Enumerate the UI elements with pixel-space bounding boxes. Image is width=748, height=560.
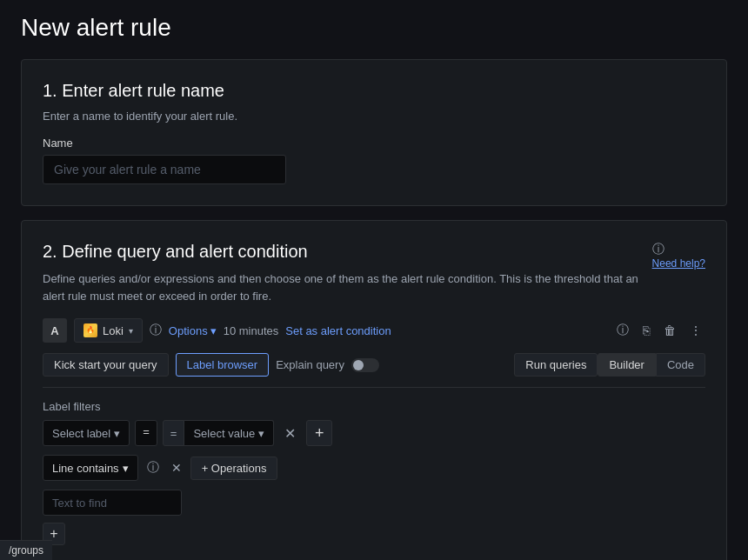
explain-query-row: Explain query xyxy=(276,358,379,372)
operator-value: = xyxy=(143,425,150,438)
datasource-name: Loki xyxy=(103,324,124,337)
action-bar-right: Run queries Builder Code xyxy=(514,353,705,377)
query-copy-button[interactable]: ⎘ xyxy=(639,322,653,339)
groups-label: /groups xyxy=(9,544,43,557)
line-contains-select[interactable]: Line contains ▾ xyxy=(43,455,138,481)
line-filter-row: Line contains ▾ ⓘ ✕ + Operations xyxy=(43,455,705,481)
name-field-label: Name xyxy=(43,137,705,150)
need-help-link[interactable]: Need help? xyxy=(652,257,705,270)
operations-button[interactable]: + Operations xyxy=(190,457,278,480)
toggle-knob xyxy=(353,360,364,370)
section-alert-name: 1. Enter alert rule name Enter a name to… xyxy=(21,59,727,206)
footer-groups: /groups xyxy=(0,540,52,560)
time-range-label: 10 minutes xyxy=(224,324,279,337)
select-value-text: Select value xyxy=(193,427,255,440)
loki-icon: 🔥 xyxy=(83,323,97,337)
select-label-chevron-icon: ▾ xyxy=(114,427,120,440)
text-to-find-input[interactable] xyxy=(43,490,182,516)
label-filters-heading: Label filters xyxy=(43,400,705,413)
operator-select[interactable]: = xyxy=(135,420,157,446)
options-chevron-icon: ▾ xyxy=(210,324,217,337)
line-filter-info-button[interactable]: ⓘ xyxy=(144,458,163,477)
remove-filter-button[interactable]: ✕ xyxy=(279,423,301,443)
options-label: Options xyxy=(169,324,208,337)
explain-query-toggle[interactable] xyxy=(351,358,379,372)
section2-heading: 2. Define query and alert condition xyxy=(43,242,651,262)
label-browser-button[interactable]: Label browser xyxy=(176,353,270,377)
select-label-text: Select label xyxy=(52,427,110,440)
line-contains-chevron-icon: ▾ xyxy=(123,462,129,475)
kick-start-query-button[interactable]: Kick start your query xyxy=(43,353,169,377)
query-delete-button[interactable]: 🗑 xyxy=(660,322,679,339)
line-contains-label: Line contains xyxy=(52,462,119,475)
select-value-dropdown[interactable]: Select value ▾ xyxy=(184,420,274,446)
query-letter-badge: A xyxy=(43,318,67,343)
datasource-chevron-icon: ▾ xyxy=(129,326,133,336)
section1-heading: 1. Enter alert rule name xyxy=(43,81,705,101)
label-filters-section: Label filters Select label ▾ = = Select … xyxy=(43,400,705,545)
query-action-bar: Kick start your query Label browser Expl… xyxy=(43,353,705,388)
set-alert-condition-link[interactable]: Set as alert condition xyxy=(285,324,391,337)
line-filter-remove-button[interactable]: ✕ xyxy=(168,459,185,477)
select-label-dropdown[interactable]: Select label ▾ xyxy=(43,420,130,446)
query-info-button[interactable]: ⓘ xyxy=(150,323,162,338)
explain-query-label: Explain query xyxy=(276,358,344,371)
alert-rule-name-input[interactable] xyxy=(43,155,286,184)
code-button[interactable]: Code xyxy=(656,353,705,377)
section1-description: Enter a name to identify your alert rule… xyxy=(43,110,705,123)
query-help-button[interactable]: ⓘ xyxy=(613,321,632,340)
section-define-query: 2. Define query and alert condition Defi… xyxy=(21,220,727,560)
section2-description: Define queries and/or expressions and th… xyxy=(43,270,651,304)
builder-button[interactable]: Builder xyxy=(598,353,655,377)
page-title: New alert rule xyxy=(21,14,727,42)
operator-equals-icon: = xyxy=(170,427,177,440)
run-queries-button[interactable]: Run queries xyxy=(514,353,598,377)
add-filter-button[interactable]: + xyxy=(306,420,332,446)
select-value-chevron-icon: ▾ xyxy=(258,427,264,440)
label-filter-row: Select label ▾ = = Select value ▾ ✕ xyxy=(43,420,705,446)
query-more-button[interactable]: ⋮ xyxy=(686,322,705,339)
options-button[interactable]: Options ▾ xyxy=(169,324,217,337)
query-toolbar: A 🔥 Loki ▾ ⓘ Options ▾ 10 minutes Set as… xyxy=(43,318,705,343)
datasource-select[interactable]: 🔥 Loki ▾ xyxy=(74,318,143,343)
info-icon: ⓘ xyxy=(652,242,705,257)
